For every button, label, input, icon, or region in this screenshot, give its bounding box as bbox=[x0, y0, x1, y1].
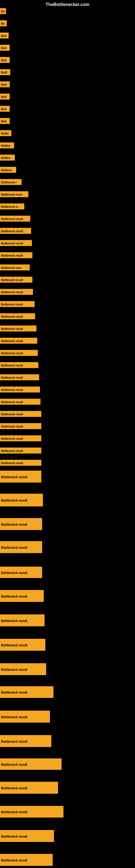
bar-label: Bottleneck result bbox=[0, 399, 41, 405]
bar-label: Bottleneck result bbox=[0, 216, 30, 222]
bar-label: Bott bbox=[0, 57, 10, 63]
bar-label: Bottleneck result bbox=[0, 663, 46, 675]
bar-item: Bottleneck result bbox=[0, 639, 45, 651]
bar-label: Bott bbox=[0, 118, 10, 124]
bar-label: Bottleneck result bbox=[0, 460, 41, 466]
bar-item: Bott bbox=[0, 118, 10, 124]
site-title: TheBottlenecker.com bbox=[46, 2, 89, 7]
bar-label: Bottleneck result bbox=[0, 854, 53, 866]
bar-item: Bottleneck result bbox=[0, 518, 42, 530]
bar-label: Bottleneck result bbox=[0, 252, 32, 258]
bar-item: Bottleneck resu bbox=[0, 265, 30, 271]
bar-item: Bottl bbox=[0, 69, 10, 75]
bar-label: Bottleneck result bbox=[0, 806, 63, 817]
bar-item: Bottleneck resul bbox=[0, 191, 28, 197]
bar-item: Bottleneck result bbox=[0, 216, 30, 222]
bar-item: Bottleneck result bbox=[0, 289, 33, 295]
bar-label: Bottleneck result bbox=[0, 423, 41, 429]
bar-label: Bottleneck result bbox=[0, 228, 31, 234]
bar-item: Bottleneck result bbox=[0, 374, 39, 380]
bar-label: Bottleneck result bbox=[0, 326, 37, 332]
bar-item: Bottleneck result bbox=[0, 386, 40, 393]
bar-label: Bottleneck result bbox=[0, 567, 42, 578]
bar-label: Bottlen bbox=[0, 143, 14, 148]
bar-label: Bottleneck result bbox=[0, 447, 41, 454]
bar-item: Bottlene bbox=[0, 167, 16, 173]
bar-label: Bottl bbox=[0, 69, 10, 75]
bar-label: Bottleneck result bbox=[0, 830, 54, 842]
bar-item: Bottleneck result bbox=[0, 228, 31, 234]
bar-label: Bottleneck result bbox=[0, 289, 33, 295]
bar-item: Bottleneck result bbox=[0, 313, 35, 319]
bar-item: Bottleneck result bbox=[0, 326, 37, 332]
bar-label: Bottleneck result bbox=[0, 711, 50, 723]
bar-label: Bottleneck r bbox=[0, 179, 21, 185]
bar-label: Bottleneck result bbox=[0, 313, 35, 319]
bar-label: Bottle bbox=[0, 130, 11, 136]
bar-item: Bott bbox=[0, 82, 10, 87]
bar-label: Bottleneck re bbox=[0, 204, 24, 209]
bar-item: Bottleneck result bbox=[0, 830, 54, 842]
bar-item: Bottleneck result bbox=[0, 567, 42, 578]
bar-label: Bottleneck result bbox=[0, 686, 53, 698]
bar-item: Bottleneck re bbox=[0, 204, 24, 209]
bar-item: Bottleneck result bbox=[0, 435, 41, 441]
bar-item: Bottleneck result bbox=[0, 362, 38, 368]
bar-label: Bottleneck result bbox=[0, 735, 51, 747]
bar-item: Bottleneck result bbox=[0, 252, 32, 258]
bar-item: Bottleneck result bbox=[0, 494, 43, 506]
bar-label: Bottleneck result bbox=[0, 614, 45, 626]
bar-item: Bottlen bbox=[0, 155, 15, 161]
bar-item: Bottleneck result bbox=[0, 350, 38, 356]
bar-item: Bottleneck result bbox=[0, 411, 41, 417]
bar-item: Bottleneck result bbox=[0, 277, 32, 283]
bar-label: Bottleneck result bbox=[0, 277, 32, 283]
bar-label: Bottleneck resul bbox=[0, 191, 28, 197]
bar-label: Bo bbox=[0, 8, 6, 14]
bar-label: Bo bbox=[0, 20, 7, 26]
bar-label: Bottlen bbox=[0, 155, 15, 161]
bar-label: Bott bbox=[0, 82, 10, 87]
bar-item: Bottleneck result bbox=[0, 423, 41, 429]
bar-item: Bott bbox=[0, 33, 9, 38]
bar-label: Bottleneck result bbox=[0, 386, 40, 393]
bar-item: Bott bbox=[0, 94, 10, 99]
bar-item: Bottleneck result bbox=[0, 686, 53, 698]
bar-label: Bottleneck result bbox=[0, 639, 45, 651]
bar-item: Bottle bbox=[0, 130, 11, 136]
bar-label: Bottleneck result bbox=[0, 782, 58, 794]
bar-item: Bottleneck result bbox=[0, 614, 45, 626]
bar-item: Bottleneck result bbox=[0, 782, 58, 794]
bar-item: Bott bbox=[0, 45, 10, 51]
bar-label: Bott bbox=[0, 106, 10, 112]
bar-item: Bottleneck result bbox=[0, 590, 44, 602]
bar-item: Bottleneck result bbox=[0, 711, 50, 723]
bar-item: Bottleneck result bbox=[0, 460, 41, 466]
bar-label: Bottleneck resu bbox=[0, 265, 30, 271]
bar-item: Bottleneck result bbox=[0, 663, 46, 675]
bar-label: Bottleneck result bbox=[0, 350, 38, 356]
bar-item: Bottleneck result bbox=[0, 806, 63, 817]
bar-label: Bottleneck result bbox=[0, 471, 41, 483]
bar-item: Bottleneck result bbox=[0, 338, 37, 344]
bar-item: Bottleneck result bbox=[0, 447, 41, 454]
bar-label: Bottleneck result bbox=[0, 590, 44, 602]
bar-label: Bottleneck result bbox=[0, 338, 37, 344]
bar-item: Bo bbox=[0, 8, 6, 14]
bar-label: Bott bbox=[0, 33, 9, 38]
bar-item: Bott bbox=[0, 106, 10, 112]
bar-label: Bottleneck result bbox=[0, 301, 35, 307]
bar-label: Bottleneck result bbox=[0, 362, 38, 368]
bar-label: Bottleneck result bbox=[0, 240, 32, 246]
bar-item: Bottleneck result bbox=[0, 758, 61, 770]
bar-label: Bottleneck result bbox=[0, 411, 41, 417]
bar-label: Bottleneck result bbox=[0, 494, 43, 506]
bar-item: Bottleneck result bbox=[0, 399, 41, 405]
bar-item: Bo bbox=[0, 20, 7, 26]
bar-label: Bottleneck result bbox=[0, 518, 42, 530]
bar-label: Bottleneck result bbox=[0, 435, 41, 441]
bar-item: Bott bbox=[0, 57, 10, 63]
bar-label: Bott bbox=[0, 45, 10, 51]
bar-item: Bottleneck result bbox=[0, 301, 35, 307]
bar-label: Bottleneck result bbox=[0, 541, 42, 553]
